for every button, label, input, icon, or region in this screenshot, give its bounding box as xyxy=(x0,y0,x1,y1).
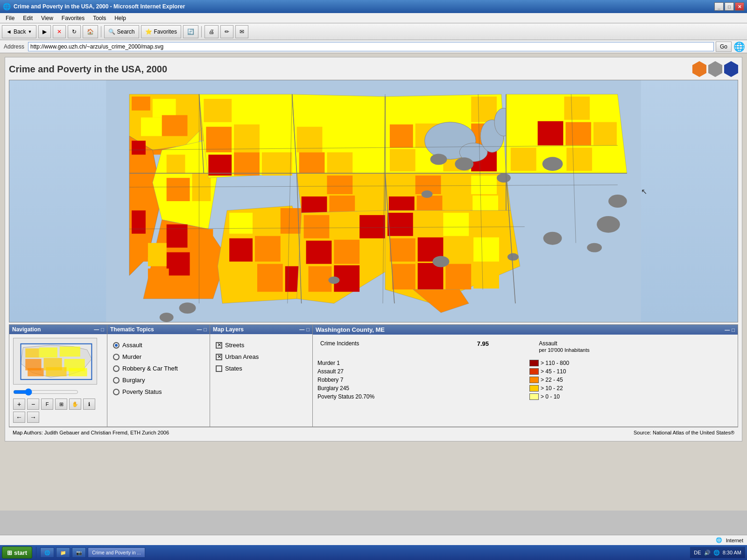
thematic-minimize-btn[interactable]: — xyxy=(197,327,202,332)
info-maximize-btn[interactable]: □ xyxy=(732,327,735,333)
svg-rect-42 xyxy=(257,264,283,292)
taskbar-app-3[interactable]: 📷 xyxy=(72,547,86,558)
nav-panel-controls: — □ xyxy=(94,327,104,332)
minimize-button[interactable]: _ xyxy=(714,2,724,11)
svg-rect-61 xyxy=(443,97,469,122)
internet-zone-icon: 🌐 xyxy=(716,537,722,543)
back-nav-button[interactable]: ← xyxy=(13,412,25,423)
stop-button[interactable]: ✕ xyxy=(53,25,66,38)
mail-icon: ✉ xyxy=(240,28,244,35)
svg-point-118 xyxy=(433,256,450,267)
menu-edit[interactable]: Edit xyxy=(19,14,36,22)
menu-file[interactable]: File xyxy=(2,14,18,22)
cb-urban-check: ✕ xyxy=(217,354,221,360)
menu-help[interactable]: Help xyxy=(111,14,130,22)
refresh-button[interactable]: ↻ xyxy=(68,25,81,38)
cb-streets-check: ✕ xyxy=(217,342,221,348)
svg-rect-16 xyxy=(167,154,185,173)
nav-minimap[interactable] xyxy=(13,338,97,385)
thematic-maximize-btn[interactable]: □ xyxy=(204,327,207,332)
dropdown-arrow-icon: ▼ xyxy=(28,29,32,34)
svg-rect-47 xyxy=(297,127,323,153)
crime-incidents-label: Crime Incidents xyxy=(317,339,473,354)
radio-burglary[interactable]: Burglary xyxy=(113,377,204,384)
layers-checkbox-group: ✕ Streets ✕ Urban Areas States xyxy=(214,338,309,376)
grid-button[interactable]: ⊞ xyxy=(55,399,67,410)
hex-orange-icon[interactable] xyxy=(692,61,706,77)
menu-favorites[interactable]: Favorites xyxy=(58,14,88,22)
info-button[interactable]: ℹ xyxy=(83,399,95,410)
menu-view[interactable]: View xyxy=(37,14,57,22)
taskbar-app-2[interactable]: 📁 xyxy=(56,547,70,558)
info-table: Crime Incidents 7.95 Assault per 10'000 … xyxy=(317,338,734,355)
thematic-panel-controls: — □ xyxy=(197,327,207,332)
close-button[interactable]: ✕ xyxy=(735,2,744,11)
go-button[interactable]: Go xyxy=(716,42,732,52)
mail-button[interactable]: ✉ xyxy=(235,25,248,38)
assault-stat: Assault 27 xyxy=(317,367,525,376)
svg-point-123 xyxy=(608,195,627,208)
address-input[interactable] xyxy=(28,42,714,51)
hex-gray-icon[interactable] xyxy=(708,61,722,77)
layers-maximize-btn[interactable]: □ xyxy=(306,327,310,332)
nav-minimize-btn[interactable]: — xyxy=(94,327,99,332)
svg-rect-88 xyxy=(417,196,443,213)
print-button[interactable]: 🖨 xyxy=(204,25,218,38)
svg-rect-77 xyxy=(359,215,385,238)
bottom-panels: Navigation — □ xyxy=(9,324,738,427)
svg-rect-8 xyxy=(153,99,176,118)
thematic-radio-group: Assault Murder Robbery & Car Theft xyxy=(111,338,206,399)
zoom-in-button[interactable]: + xyxy=(13,399,25,410)
back-button[interactable]: ◄ Back ▼ xyxy=(2,25,36,38)
print-icon: 🖨 xyxy=(209,28,214,35)
internet-zone-label: Internet xyxy=(726,538,743,543)
taskbar-crime-app[interactable]: Crime and Poverty in ... xyxy=(88,547,145,558)
svg-rect-13 xyxy=(132,173,148,192)
layers-minimize-btn[interactable]: — xyxy=(299,327,304,332)
svg-rect-15 xyxy=(134,243,148,262)
svg-rect-48 xyxy=(324,126,350,153)
home-button[interactable]: 🏠 xyxy=(83,25,98,38)
maximize-button[interactable]: □ xyxy=(725,2,734,11)
edit-button[interactable]: ✏ xyxy=(220,25,233,38)
svg-rect-28 xyxy=(262,152,292,175)
menu-tools[interactable]: Tools xyxy=(89,14,110,22)
pan-button[interactable]: ✋ xyxy=(69,399,81,410)
favorites-button[interactable]: ⭐ Favorites xyxy=(141,25,181,38)
info-minimize-btn[interactable]: — xyxy=(725,327,730,333)
cb-states-box xyxy=(216,365,222,372)
taskbar-app-1[interactable]: 🌐 xyxy=(40,547,54,558)
radio-assault[interactable]: Assault xyxy=(113,342,204,349)
cb-urban[interactable]: ✕ Urban Areas xyxy=(216,353,307,360)
svg-rect-113 xyxy=(445,264,471,289)
content-area: Crime and Poverty in the USA, 2000 xyxy=(0,53,747,511)
search-button[interactable]: 🔍 Search xyxy=(104,25,139,38)
svg-rect-53 xyxy=(299,175,325,194)
cb-states[interactable]: States xyxy=(216,365,307,372)
radio-poverty[interactable]: Poverty Status xyxy=(113,388,204,395)
hex-blue-icon[interactable] xyxy=(724,61,738,77)
legend-range-3: > 10 - 22 xyxy=(541,385,563,392)
svg-rect-107 xyxy=(390,238,416,262)
map-container[interactable]: ↖ xyxy=(9,80,738,322)
browser-statusbar: 🌐 Internet xyxy=(0,535,747,545)
svg-rect-151 xyxy=(60,347,80,357)
forward-button[interactable]: ▶ xyxy=(38,25,51,38)
nav-maximize-btn[interactable]: □ xyxy=(101,327,104,332)
forward-nav-button[interactable]: → xyxy=(27,412,39,423)
radio-murder[interactable]: Murder xyxy=(113,353,204,360)
legend-row-4: > 0 - 10 xyxy=(529,392,733,401)
legend-col: > 110 - 800 > 45 - 110 > 22 - 45 xyxy=(526,359,733,401)
fit-button[interactable]: F xyxy=(41,399,53,410)
refresh-btn2[interactable]: 🔄 xyxy=(183,25,198,38)
map-wrapper: Crime and Poverty in the USA, 2000 xyxy=(5,57,742,441)
zoom-out-button[interactable]: − xyxy=(27,399,39,410)
zoom-slider[interactable] xyxy=(13,388,78,396)
cb-streets[interactable]: ✕ Streets xyxy=(216,342,307,349)
star-icon: ⭐ xyxy=(145,28,152,35)
svg-rect-91 xyxy=(508,97,534,120)
start-button[interactable]: ⊞ start xyxy=(2,546,32,559)
svg-rect-29 xyxy=(167,224,188,248)
svg-rect-27 xyxy=(234,152,260,175)
radio-robbery[interactable]: Robbery & Car Theft xyxy=(113,365,204,372)
